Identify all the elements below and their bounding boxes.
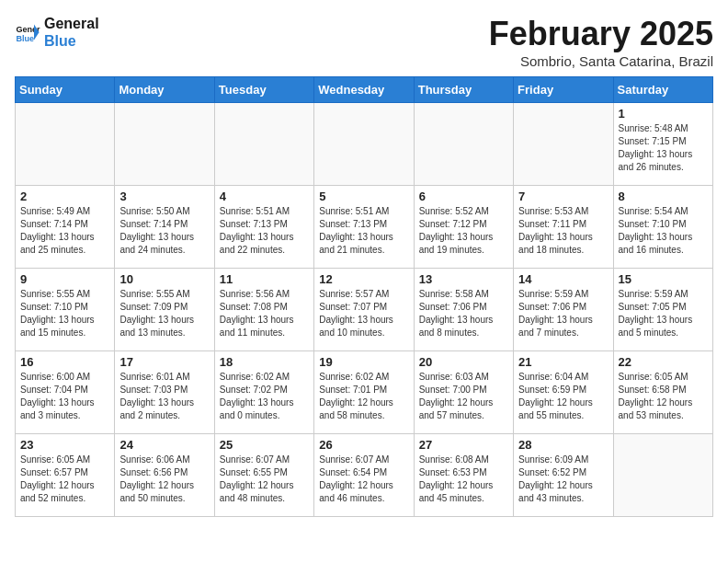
day-cell: 17Sunrise: 6:01 AM Sunset: 7:03 PM Dayli… xyxy=(115,351,214,434)
day-info: Sunrise: 6:08 AM Sunset: 6:53 PM Dayligh… xyxy=(419,454,508,505)
day-number: 20 xyxy=(419,355,508,369)
day-number: 27 xyxy=(419,438,508,452)
day-cell: 18Sunrise: 6:02 AM Sunset: 7:02 PM Dayli… xyxy=(214,351,313,434)
day-cell xyxy=(214,103,313,186)
day-cell: 15Sunrise: 5:59 AM Sunset: 7:05 PM Dayli… xyxy=(613,269,712,351)
day-cell: 21Sunrise: 6:04 AM Sunset: 6:59 PM Dayli… xyxy=(514,351,613,434)
day-cell: 2Sunrise: 5:49 AM Sunset: 7:14 PM Daylig… xyxy=(16,186,115,269)
header: General Blue General Blue February 2025 … xyxy=(15,15,713,69)
day-number: 5 xyxy=(319,190,408,203)
day-number: 7 xyxy=(518,190,608,203)
day-cell xyxy=(514,103,613,186)
week-row-1: 1Sunrise: 5:48 AM Sunset: 7:15 PM Daylig… xyxy=(16,103,713,186)
day-info: Sunrise: 5:55 AM Sunset: 7:09 PM Dayligh… xyxy=(119,288,209,339)
logo-line2: Blue xyxy=(44,32,99,50)
day-number: 3 xyxy=(119,190,209,203)
day-info: Sunrise: 6:01 AM Sunset: 7:03 PM Dayligh… xyxy=(119,371,209,422)
day-cell: 23Sunrise: 6:05 AM Sunset: 6:57 PM Dayli… xyxy=(16,434,115,517)
day-cell: 26Sunrise: 6:07 AM Sunset: 6:54 PM Dayli… xyxy=(314,434,414,517)
day-number: 1 xyxy=(619,107,708,121)
logo-icon: General Blue xyxy=(15,19,40,45)
day-number: 18 xyxy=(220,355,309,369)
day-info: Sunrise: 6:00 AM Sunset: 7:04 PM Dayligh… xyxy=(20,371,109,422)
day-header-saturday: Saturday xyxy=(613,77,712,103)
day-cell xyxy=(314,103,414,186)
svg-text:Blue: Blue xyxy=(16,34,34,43)
day-cell: 5Sunrise: 5:51 AM Sunset: 7:13 PM Daylig… xyxy=(314,186,414,269)
day-cell: 25Sunrise: 6:07 AM Sunset: 6:55 PM Dayli… xyxy=(214,434,313,517)
day-info: Sunrise: 5:54 AM Sunset: 7:10 PM Dayligh… xyxy=(619,205,708,257)
day-info: Sunrise: 5:49 AM Sunset: 7:14 PM Dayligh… xyxy=(20,205,109,257)
day-number: 14 xyxy=(518,272,608,286)
day-number: 28 xyxy=(518,438,608,452)
day-number: 19 xyxy=(319,355,408,369)
day-info: Sunrise: 5:57 AM Sunset: 7:07 PM Dayligh… xyxy=(319,288,408,339)
day-info: Sunrise: 5:52 AM Sunset: 7:12 PM Dayligh… xyxy=(419,205,508,257)
day-cell: 20Sunrise: 6:03 AM Sunset: 7:00 PM Dayli… xyxy=(414,351,513,434)
day-info: Sunrise: 5:50 AM Sunset: 7:14 PM Dayligh… xyxy=(119,205,209,257)
calendar: SundayMondayTuesdayWednesdayThursdayFrid… xyxy=(15,76,713,517)
day-info: Sunrise: 5:55 AM Sunset: 7:10 PM Dayligh… xyxy=(20,288,109,339)
day-number: 9 xyxy=(20,272,109,286)
month-title: February 2025 xyxy=(489,15,713,53)
day-info: Sunrise: 6:02 AM Sunset: 7:01 PM Dayligh… xyxy=(319,371,408,422)
day-cell: 14Sunrise: 5:59 AM Sunset: 7:06 PM Dayli… xyxy=(514,269,613,351)
day-info: Sunrise: 6:04 AM Sunset: 6:59 PM Dayligh… xyxy=(518,371,608,422)
day-cell: 9Sunrise: 5:55 AM Sunset: 7:10 PM Daylig… xyxy=(16,269,115,351)
day-number: 11 xyxy=(220,272,309,286)
week-row-2: 2Sunrise: 5:49 AM Sunset: 7:14 PM Daylig… xyxy=(16,186,713,269)
day-cell xyxy=(16,103,115,186)
day-cell: 10Sunrise: 5:55 AM Sunset: 7:09 PM Dayli… xyxy=(115,269,214,351)
day-info: Sunrise: 5:59 AM Sunset: 7:05 PM Dayligh… xyxy=(619,288,708,339)
day-cell: 4Sunrise: 5:51 AM Sunset: 7:13 PM Daylig… xyxy=(214,186,313,269)
day-info: Sunrise: 5:48 AM Sunset: 7:15 PM Dayligh… xyxy=(619,122,708,174)
day-cell: 24Sunrise: 6:06 AM Sunset: 6:56 PM Dayli… xyxy=(115,434,214,517)
day-number: 4 xyxy=(220,190,309,203)
day-number: 8 xyxy=(619,190,708,203)
location: Sombrio, Santa Catarina, Brazil xyxy=(489,53,713,69)
day-cell: 19Sunrise: 6:02 AM Sunset: 7:01 PM Dayli… xyxy=(314,351,414,434)
day-cell: 11Sunrise: 5:56 AM Sunset: 7:08 PM Dayli… xyxy=(214,269,313,351)
day-number: 15 xyxy=(619,272,708,286)
day-header-tuesday: Tuesday xyxy=(214,77,313,103)
day-cell: 28Sunrise: 6:09 AM Sunset: 6:52 PM Dayli… xyxy=(514,434,613,517)
day-cell xyxy=(613,434,712,517)
day-number: 23 xyxy=(20,438,109,452)
week-row-4: 16Sunrise: 6:00 AM Sunset: 7:04 PM Dayli… xyxy=(16,351,713,434)
day-cell: 8Sunrise: 5:54 AM Sunset: 7:10 PM Daylig… xyxy=(613,186,712,269)
day-info: Sunrise: 6:05 AM Sunset: 6:57 PM Dayligh… xyxy=(20,454,109,505)
day-info: Sunrise: 5:59 AM Sunset: 7:06 PM Dayligh… xyxy=(518,288,608,339)
day-cell: 6Sunrise: 5:52 AM Sunset: 7:12 PM Daylig… xyxy=(414,186,513,269)
day-number: 13 xyxy=(419,272,508,286)
days-header-row: SundayMondayTuesdayWednesdayThursdayFrid… xyxy=(16,77,713,103)
day-info: Sunrise: 6:03 AM Sunset: 7:00 PM Dayligh… xyxy=(419,371,508,422)
day-cell: 7Sunrise: 5:53 AM Sunset: 7:11 PM Daylig… xyxy=(514,186,613,269)
day-header-thursday: Thursday xyxy=(414,77,513,103)
day-header-friday: Friday xyxy=(514,77,613,103)
day-number: 16 xyxy=(20,355,109,369)
day-info: Sunrise: 5:51 AM Sunset: 7:13 PM Dayligh… xyxy=(319,205,408,257)
logo: General Blue General Blue xyxy=(15,15,99,50)
day-number: 26 xyxy=(319,438,408,452)
logo-line1: General xyxy=(44,15,99,32)
week-row-3: 9Sunrise: 5:55 AM Sunset: 7:10 PM Daylig… xyxy=(16,269,713,351)
day-info: Sunrise: 6:07 AM Sunset: 6:54 PM Dayligh… xyxy=(319,454,408,505)
day-number: 21 xyxy=(518,355,608,369)
day-cell: 27Sunrise: 6:08 AM Sunset: 6:53 PM Dayli… xyxy=(414,434,513,517)
day-number: 10 xyxy=(119,272,209,286)
day-info: Sunrise: 6:02 AM Sunset: 7:02 PM Dayligh… xyxy=(220,371,309,422)
day-info: Sunrise: 6:09 AM Sunset: 6:52 PM Dayligh… xyxy=(518,454,608,505)
day-number: 24 xyxy=(119,438,209,452)
day-info: Sunrise: 5:53 AM Sunset: 7:11 PM Dayligh… xyxy=(518,205,608,257)
day-info: Sunrise: 5:58 AM Sunset: 7:06 PM Dayligh… xyxy=(419,288,508,339)
day-cell: 12Sunrise: 5:57 AM Sunset: 7:07 PM Dayli… xyxy=(314,269,414,351)
day-info: Sunrise: 6:07 AM Sunset: 6:55 PM Dayligh… xyxy=(220,454,309,505)
day-number: 25 xyxy=(220,438,309,452)
day-cell: 22Sunrise: 6:05 AM Sunset: 6:58 PM Dayli… xyxy=(613,351,712,434)
day-number: 6 xyxy=(419,190,508,203)
day-info: Sunrise: 6:05 AM Sunset: 6:58 PM Dayligh… xyxy=(619,371,708,422)
day-number: 17 xyxy=(119,355,209,369)
day-cell: 1Sunrise: 5:48 AM Sunset: 7:15 PM Daylig… xyxy=(613,103,712,186)
day-header-monday: Monday xyxy=(115,77,214,103)
day-header-sunday: Sunday xyxy=(16,77,115,103)
